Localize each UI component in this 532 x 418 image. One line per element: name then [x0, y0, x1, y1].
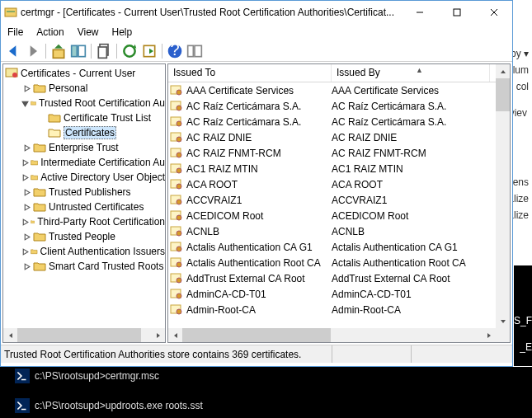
tree-item[interactable]: Certificates — [3, 125, 165, 140]
folder-icon — [33, 186, 46, 198]
expand-icon[interactable] — [21, 157, 29, 167]
svg-point-11 — [124, 45, 134, 56]
expand-icon[interactable] — [21, 261, 31, 271]
menu-file[interactable]: File — [7, 26, 23, 38]
list-row[interactable]: Actalis Authentication CA G1 Actalis Aut… — [168, 239, 510, 255]
show-hide-tree-button[interactable] — [69, 42, 87, 60]
scroll-thumb[interactable] — [182, 328, 331, 342]
folder-icon — [33, 82, 46, 94]
tree-item[interactable]: Client Authentication Issuers — [3, 244, 165, 259]
list-row[interactable]: AdminCA-CD-T01 AdminCA-CD-T01 — [168, 286, 510, 302]
tree-item[interactable]: Smart Card Trusted Roots — [3, 259, 165, 274]
tree-item[interactable]: Enterprise Trust — [3, 140, 165, 155]
expand-icon[interactable] — [21, 247, 29, 256]
list-row[interactable]: AC Raíz Certicámara S.A. AC Raíz Certicá… — [168, 98, 510, 114]
certificate-icon — [170, 289, 183, 300]
expand-icon[interactable] — [21, 217, 29, 227]
back-button[interactable] — [4, 42, 22, 60]
tree-label: Personal — [49, 82, 87, 94]
svg-point-48 — [177, 309, 181, 314]
list-row[interactable]: Actalis Authentication Root CA Actalis A… — [168, 255, 510, 270]
titlebar[interactable]: certmgr - [Certificates - Current User\T… — [1, 1, 512, 24]
expand-icon[interactable] — [21, 83, 31, 93]
tree-item[interactable]: Active Directory User Object — [3, 170, 165, 185]
menu-help[interactable]: Help — [112, 26, 133, 38]
cell-issued-to: Actalis Authentication CA G1 — [186, 242, 332, 253]
close-button[interactable] — [475, 1, 512, 24]
background-text: lum — [513, 64, 529, 76]
up-button[interactable] — [49, 42, 68, 60]
console-prompt: c:\PS\rootsupd> — [35, 370, 106, 382]
list-row[interactable]: ACCVRAIZ1 ACCVRAIZ1 — [168, 192, 510, 208]
certificate-icon — [170, 116, 183, 128]
cell-issued-to: AC RAIZ FNMT-RCM — [186, 148, 332, 159]
export-button[interactable] — [140, 42, 158, 60]
refresh-button[interactable] — [120, 42, 139, 60]
maximize-button[interactable] — [438, 1, 475, 24]
horizontal-scrollbar[interactable] — [3, 328, 165, 342]
certificate-icon — [170, 273, 183, 284]
minimize-button[interactable] — [401, 1, 438, 24]
expand-icon[interactable] — [21, 232, 31, 242]
expand-icon[interactable] — [21, 187, 31, 197]
scroll-left-button[interactable] — [3, 328, 17, 342]
tree-item[interactable]: Intermediate Certification Au — [3, 155, 165, 170]
tree-item[interactable]: Trusted People — [3, 229, 165, 244]
powershell-console[interactable]: c:\PS\rootsupd> certmgr.msc c:\PS\rootsu… — [0, 367, 532, 418]
tree-root[interactable]: Certificates - Current User — [3, 66, 165, 81]
cell-issued-by: AC Raíz Certicámara S.A. — [332, 101, 490, 112]
tree-pane: Certificates - Current User Personal Tru… — [2, 63, 166, 343]
window-title: certmgr - [Certificates - Current User\T… — [21, 7, 401, 18]
expand-icon[interactable] — [21, 172, 29, 182]
list-row[interactable]: AC Raíz Certicámara S.A. AC Raíz Certicá… — [168, 114, 510, 129]
scroll-up-button[interactable] — [496, 64, 510, 78]
column-issued-by[interactable]: Issued By — [332, 64, 490, 82]
tree-item[interactable]: Personal — [3, 81, 165, 96]
scroll-corner — [496, 328, 510, 342]
list-row[interactable]: ACA ROOT ACA ROOT — [168, 176, 510, 192]
tree-label: Intermediate Certification Au — [40, 157, 165, 168]
cell-issued-to: AC Raíz Certicámara S.A. — [186, 101, 332, 112]
expand-icon[interactable] — [21, 143, 31, 153]
cell-issued-to: AAA Certificate Services — [186, 85, 332, 96]
collapse-icon[interactable] — [21, 98, 29, 108]
copy-button[interactable] — [95, 42, 113, 60]
tree-label: Untrusted Certificates — [49, 201, 144, 213]
certificate-icon — [170, 195, 183, 206]
scroll-thumb[interactable] — [496, 78, 510, 111]
list-row[interactable]: ACEDICOM Root ACEDICOM Root — [168, 208, 510, 223]
tree-item[interactable]: Certificate Trust List — [3, 110, 165, 125]
scroll-right-button[interactable] — [151, 328, 165, 342]
horizontal-scrollbar[interactable] — [168, 328, 496, 342]
svg-rect-3 — [454, 9, 460, 16]
tree-item[interactable]: Third-Party Root Certification — [3, 214, 165, 229]
scroll-right-button[interactable] — [482, 328, 496, 342]
cell-issued-by: Actalis Authentication Root CA — [332, 257, 490, 269]
tree-item[interactable]: Trusted Publishers — [3, 185, 165, 200]
list-row[interactable]: AC RAIZ DNIE AC RAIZ DNIE — [168, 129, 510, 145]
help-button[interactable]: ? — [166, 42, 184, 60]
list-row[interactable]: ACNLB ACNLB — [168, 223, 510, 239]
list-row[interactable]: Admin-Root-CA Admin-Root-CA — [168, 302, 510, 317]
tree-item[interactable]: Trusted Root Certification Au — [3, 96, 165, 110]
list-row[interactable]: AC1 RAIZ MTIN AC1 RAIZ MTIN — [168, 161, 510, 176]
svg-rect-8 — [78, 45, 85, 56]
certificate-icon — [170, 210, 183, 222]
list-row[interactable]: AC RAIZ FNMT-RCM AC RAIZ FNMT-RCM — [168, 145, 510, 161]
list-row[interactable]: AAA Certificate Services AAA Certificate… — [168, 82, 510, 98]
cell-issued-by: AdminCA-CD-T01 — [332, 289, 490, 300]
menu-view[interactable]: View — [78, 26, 99, 38]
list-row[interactable]: AddTrust External CA Root AddTrust Exter… — [168, 270, 510, 286]
scroll-down-button[interactable] — [496, 314, 510, 328]
menu-action[interactable]: Action — [36, 26, 64, 38]
properties-button[interactable] — [186, 42, 204, 60]
tree-label: Trusted Root Certification Au — [39, 97, 165, 109]
scroll-thumb[interactable] — [17, 328, 141, 342]
vertical-scrollbar[interactable] — [496, 64, 510, 328]
column-issued-to[interactable]: Issued To — [168, 64, 332, 82]
scroll-left-button[interactable] — [168, 328, 182, 342]
tree-label: Active Directory User Object — [40, 171, 165, 183]
forward-button[interactable] — [24, 42, 42, 60]
tree-item[interactable]: Untrusted Certificates — [3, 200, 165, 214]
expand-icon[interactable] — [21, 202, 31, 212]
